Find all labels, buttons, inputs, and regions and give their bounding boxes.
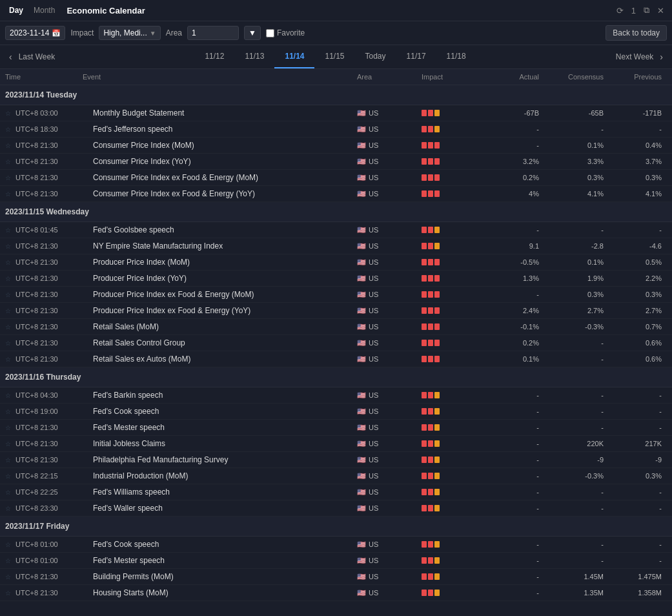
star-icon[interactable]: ☆ <box>5 505 15 512</box>
star-icon[interactable]: ☆ <box>5 440 15 447</box>
table-row[interactable]: ☆UTC+8 23:30Fed's Waller speech🇺🇸US--- <box>0 500 672 517</box>
back-today-button[interactable]: Back to today <box>606 25 667 41</box>
star-icon[interactable]: ☆ <box>5 174 15 181</box>
table-row[interactable]: ☆UTC+8 21:30Producer Price Index ex Food… <box>0 287 672 303</box>
table-row[interactable]: ☆UTC+8 01:00Fed's Cook speech🇺🇸US--- <box>0 537 672 553</box>
area-cell: 🇺🇸US <box>357 540 422 549</box>
star-icon[interactable]: ☆ <box>5 557 15 564</box>
table-row[interactable]: ☆UTC+8 01:45Fed's Goolsbee speech🇺🇸US--- <box>0 222 672 238</box>
close-button[interactable]: ✕ <box>655 5 667 17</box>
impact-bars <box>422 323 486 330</box>
star-icon[interactable]: ☆ <box>5 541 15 548</box>
impact-cell <box>422 424 486 431</box>
nav-tab-11-18[interactable]: 11/18 <box>436 45 476 68</box>
star-icon[interactable]: ☆ <box>5 457 15 464</box>
table-row[interactable]: ☆UTC+8 04:30Fed's Barkin speech🇺🇸US--- <box>0 387 672 404</box>
prev-arrow[interactable]: ‹ <box>5 46 16 67</box>
star-icon[interactable]: ☆ <box>5 573 15 580</box>
table-row[interactable]: ☆UTC+8 21:30Consumer Price Index ex Food… <box>0 170 672 186</box>
table-row[interactable]: ☆UTC+8 21:30Fed's Mester speech🇺🇸US--- <box>0 420 672 436</box>
next-arrow[interactable]: › <box>656 46 667 67</box>
previous-cell: -4.6 <box>609 242 667 250</box>
window-num-button[interactable]: 1 <box>629 5 638 17</box>
star-icon[interactable]: ☆ <box>5 227 15 234</box>
favorite-checkbox[interactable]: Favorite <box>266 28 305 37</box>
table-row[interactable]: ☆UTC+8 22:15Industrial Production (MoM)🇺… <box>0 468 672 484</box>
star-icon[interactable]: ☆ <box>5 126 15 133</box>
area-cell: 🇺🇸US <box>357 258 422 267</box>
consensus-cell: - <box>544 125 609 133</box>
nav-tab-11-12[interactable]: 11/12 <box>194 45 234 68</box>
table-row[interactable]: ☆UTC+8 21:30Philadelphia Fed Manufacturi… <box>0 452 672 468</box>
star-icon[interactable]: ☆ <box>5 259 15 266</box>
actual-cell: - <box>486 589 544 597</box>
star-icon[interactable]: ☆ <box>5 392 15 399</box>
star-icon[interactable]: ☆ <box>5 323 15 331</box>
star-icon[interactable]: ☆ <box>5 142 15 149</box>
month-view-button[interactable]: Month <box>30 5 59 16</box>
favorite-check[interactable] <box>266 29 274 37</box>
area-text: US <box>369 540 378 548</box>
table-row[interactable]: ☆UTC+8 18:30Fed's Jefferson speech🇺🇸US--… <box>0 121 672 138</box>
table-row[interactable]: ☆UTC+8 21:30Retail Sales ex Autos (MoM)🇺… <box>0 351 672 367</box>
area-cell: 🇺🇸US <box>357 141 422 150</box>
star-icon[interactable]: ☆ <box>5 307 15 314</box>
actual-cell: 0.2% <box>486 339 544 347</box>
nav-tab-11-13[interactable]: 11/13 <box>234 45 274 68</box>
nav-tab-11-15[interactable]: 11/15 <box>314 45 354 68</box>
table-row[interactable]: ☆UTC+8 21:30Producer Price Index ex Food… <box>0 303 672 319</box>
star-icon[interactable]: ☆ <box>5 190 15 198</box>
star-icon[interactable]: ☆ <box>5 110 15 117</box>
star-icon[interactable]: ☆ <box>5 243 15 250</box>
star-icon[interactable]: ☆ <box>5 424 15 431</box>
table-row[interactable]: ☆UTC+8 21:30Producer Price Index (YoY)🇺🇸… <box>0 271 672 287</box>
actual-cell: - <box>486 440 544 447</box>
table-row[interactable]: ☆UTC+8 21:30Building Permits (MoM)🇺🇸US-1… <box>0 569 672 585</box>
next-week-label[interactable]: Next Week <box>613 47 656 67</box>
star-icon[interactable]: ☆ <box>5 590 15 597</box>
date-input[interactable]: 2023-11-14 📅 <box>5 26 65 40</box>
table-row[interactable]: ☆UTC+8 21:30Producer Price Index (MoM)🇺🇸… <box>0 254 672 271</box>
time-cell: UTC+8 19:00 <box>15 407 93 415</box>
day-view-button[interactable]: Day <box>5 5 27 16</box>
area-dropdown[interactable]: ▼ <box>244 26 261 40</box>
star-icon[interactable]: ☆ <box>5 473 15 480</box>
table-row[interactable]: ☆UTC+8 21:30Consumer Price Index (YoY)🇺🇸… <box>0 154 672 170</box>
star-icon[interactable]: ☆ <box>5 275 15 282</box>
previous-cell: 0.6% <box>609 355 667 363</box>
nav-tab-11-14[interactable]: 11/14 <box>274 45 314 68</box>
star-icon[interactable]: ☆ <box>5 408 15 415</box>
impact-dropdown[interactable]: High, Medi... ▼ <box>99 26 160 40</box>
star-icon[interactable]: ☆ <box>5 340 15 347</box>
star-icon[interactable]: ☆ <box>5 291 15 298</box>
maximize-button[interactable]: ⧉ <box>641 4 652 17</box>
table-row[interactable]: ☆UTC+8 21:30Housing Starts (MoM)🇺🇸US-1.3… <box>0 585 672 601</box>
table-row[interactable]: ☆UTC+8 21:30Retail Sales Control Group🇺🇸… <box>0 335 672 351</box>
table-row[interactable]: ☆UTC+8 22:25Fed's Williams speech🇺🇸US--- <box>0 484 672 500</box>
table-row[interactable]: ☆UTC+8 21:30Consumer Price Index ex Food… <box>0 186 672 202</box>
prev-week-label[interactable]: Last Week <box>16 47 57 67</box>
nav-tab-Today[interactable]: Today <box>355 45 396 68</box>
star-icon[interactable]: ☆ <box>5 356 15 363</box>
time-cell: UTC+8 04:30 <box>15 391 93 399</box>
table-row[interactable]: ☆UTC+8 01:00Fed's Mester speech🇺🇸US--- <box>0 553 672 569</box>
section-header-0: 2023/11/14 Tuesday <box>0 85 672 105</box>
table-row[interactable]: ☆UTC+8 19:00Fed's Cook speech🇺🇸US--- <box>0 404 672 420</box>
area-input[interactable]: 1 <box>187 26 239 40</box>
event-cell: Industrial Production (MoM) <box>93 471 357 480</box>
refresh-button[interactable]: ⟳ <box>614 5 626 17</box>
page-title: Economic Calendar <box>66 6 145 15</box>
table-row[interactable]: ☆UTC+8 21:30NY Empire State Manufacturin… <box>0 238 672 254</box>
star-icon[interactable]: ☆ <box>5 158 15 165</box>
col-previous: Previous <box>609 73 667 81</box>
area-cell: 🇺🇸US <box>357 109 422 118</box>
table-row[interactable]: ☆UTC+8 03:00Monthly Budget Statement🇺🇸US… <box>0 105 672 121</box>
table-row[interactable]: ☆UTC+8 21:30Retail Sales (MoM)🇺🇸US-0.1%-… <box>0 319 672 335</box>
star-icon[interactable]: ☆ <box>5 489 15 496</box>
table-row[interactable]: ☆UTC+8 21:30Consumer Price Index (MoM)🇺🇸… <box>0 138 672 154</box>
table-row[interactable]: ☆UTC+8 21:30Initial Jobless Claims🇺🇸US-2… <box>0 436 672 452</box>
nav-tab-11-17[interactable]: 11/17 <box>396 45 436 68</box>
area-cell: 🇺🇸US <box>357 174 422 182</box>
time-cell: UTC+8 23:30 <box>15 504 93 512</box>
previous-cell: 1.475M <box>609 573 667 580</box>
